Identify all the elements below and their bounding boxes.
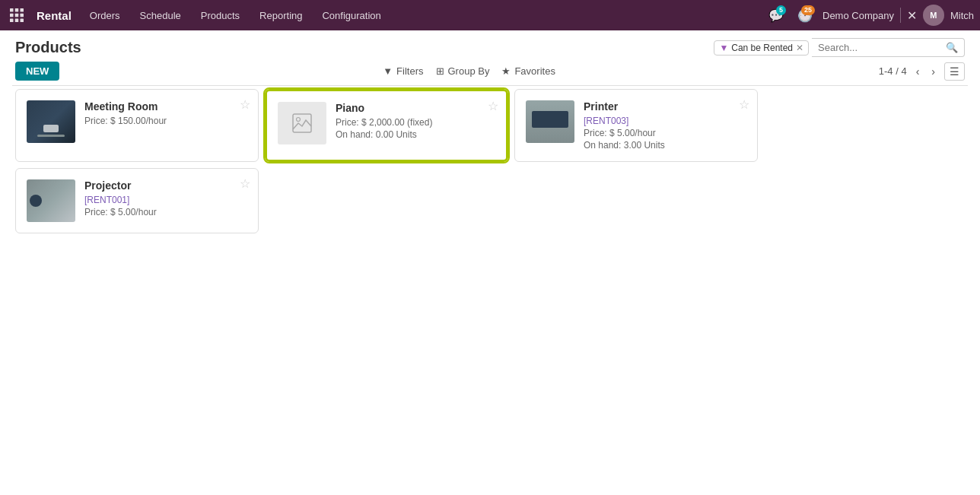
user-avatar[interactable]: M <box>923 5 944 26</box>
app-brand[interactable]: Rental <box>30 9 78 22</box>
toolbar: NEW ▼ Filters ⊞ Group By ★ Favorites 1-4… <box>0 57 980 85</box>
svg-point-10 <box>297 118 301 122</box>
filter-tag-label: Can be Rented <box>731 43 793 53</box>
pagination-next-button[interactable]: › <box>928 64 938 79</box>
product-info-piano: Piano Price: $ 2,000.00 (fixed) On hand:… <box>336 102 495 140</box>
product-stock: On hand: 0.00 Units <box>336 129 495 140</box>
company-name[interactable]: Demo Company <box>822 10 894 21</box>
menu-schedule[interactable]: Schedule <box>131 7 190 24</box>
svg-rect-1 <box>15 8 19 12</box>
filters-button[interactable]: ▼ Filters <box>383 65 423 77</box>
group-by-icon: ⊞ <box>436 65 444 77</box>
product-image-printer <box>526 100 574 143</box>
group-by-label: Group By <box>448 65 490 77</box>
search-bar: ▼ Can be Rented ✕ 🔍 <box>714 38 965 57</box>
svg-rect-5 <box>21 14 24 17</box>
activity-badge: 25 <box>801 5 815 15</box>
filters-label: Filters <box>396 65 423 77</box>
svg-rect-8 <box>21 19 24 23</box>
main-menu: Orders Schedule Products Reporting Confi… <box>81 7 762 24</box>
new-button[interactable]: NEW <box>15 62 59 81</box>
favorite-star-piano[interactable]: ☆ <box>488 99 498 113</box>
chat-button[interactable]: 💬 5 <box>765 4 788 27</box>
user-name[interactable]: Mitch <box>950 10 974 21</box>
favorites-button[interactable]: ★ Favorites <box>501 65 555 77</box>
star-icon: ★ <box>501 65 511 77</box>
favorite-star-meeting-room[interactable]: ☆ <box>240 97 250 112</box>
product-image-projector <box>27 179 75 222</box>
pagination-prev-button[interactable]: ‹ <box>913 64 923 79</box>
filter-icon: ▼ <box>719 43 728 53</box>
favorites-label: Favorites <box>514 65 555 77</box>
product-ref: [RENT003] <box>584 116 746 126</box>
group-by-button[interactable]: ⊞ Group By <box>436 65 490 77</box>
activity-button[interactable]: 🕐 25 <box>794 4 816 27</box>
list-view-button[interactable]: ☰ <box>944 62 965 81</box>
product-name: Meeting Room <box>84 100 247 113</box>
avatar-initials: M <box>930 11 937 20</box>
product-price: Price: $ 5.00/hour <box>84 207 247 217</box>
products-grid: Meeting Room Price: $ 150.00/hour ☆ Pian… <box>0 86 980 252</box>
menu-reporting[interactable]: Reporting <box>250 7 311 24</box>
settings-icon[interactable]: ✕ <box>907 8 917 23</box>
product-info-projector: Projector [RENT001] Price: $ 5.00/hour <box>84 179 247 219</box>
nav-divider <box>900 8 901 23</box>
search-input[interactable] <box>818 42 946 53</box>
product-card-piano[interactable]: Piano Price: $ 2,000.00 (fixed) On hand:… <box>265 89 508 162</box>
toolbar-left: NEW <box>15 62 59 81</box>
page-title: Products <box>15 39 81 56</box>
menu-orders[interactable]: Orders <box>81 7 129 24</box>
product-price: Price: $ 2,000.00 (fixed) <box>336 117 495 128</box>
svg-rect-3 <box>10 14 14 17</box>
top-navigation: Rental Orders Schedule Products Reportin… <box>0 0 980 30</box>
product-card-projector[interactable]: Projector [RENT001] Price: $ 5.00/hour ☆ <box>15 168 259 233</box>
product-card-meeting-room[interactable]: Meeting Room Price: $ 150.00/hour ☆ <box>15 89 259 162</box>
product-name: Piano <box>336 102 495 114</box>
favorite-star-projector[interactable]: ☆ <box>240 176 250 191</box>
toolbar-right: 1-4 / 4 ‹ › ☰ <box>879 62 965 81</box>
product-image-piano <box>278 102 326 144</box>
product-name: Printer <box>584 100 746 113</box>
pagination-info: 1-4 / 4 <box>879 65 907 77</box>
favorite-star-printer[interactable]: ☆ <box>739 97 749 112</box>
page-container: Products ▼ Can be Rented ✕ 🔍 NEW ▼ Filte… <box>0 30 980 495</box>
search-icon: 🔍 <box>946 42 958 53</box>
svg-rect-0 <box>10 8 14 12</box>
topnav-right-section: 💬 5 🕐 25 Demo Company ✕ M Mitch <box>765 4 974 27</box>
product-info-meeting-room: Meeting Room Price: $ 150.00/hour <box>84 100 247 128</box>
product-image-meeting-room <box>27 100 75 143</box>
product-info-printer: Printer [RENT003] Price: $ 5.00/hour On … <box>584 100 746 151</box>
product-stock: On hand: 3.00 Units <box>584 140 746 151</box>
chat-badge: 5 <box>776 5 786 15</box>
product-price: Price: $ 5.00/hour <box>584 128 746 138</box>
svg-rect-6 <box>10 19 14 23</box>
product-price: Price: $ 150.00/hour <box>84 116 247 126</box>
svg-rect-2 <box>21 8 24 12</box>
filter-tag-close-button[interactable]: ✕ <box>796 43 803 53</box>
filter-funnel-icon: ▼ <box>383 65 393 77</box>
product-card-printer[interactable]: Printer [RENT003] Price: $ 5.00/hour On … <box>514 89 758 162</box>
active-filter-tag: ▼ Can be Rented ✕ <box>714 40 809 56</box>
toolbar-filters: ▼ Filters ⊞ Group By ★ Favorites <box>383 65 555 77</box>
svg-rect-7 <box>15 19 19 23</box>
product-ref: [RENT001] <box>84 195 247 205</box>
menu-configuration[interactable]: Configuration <box>313 7 390 24</box>
svg-rect-4 <box>15 14 19 17</box>
search-input-wrap[interactable]: 🔍 <box>812 38 965 57</box>
apps-menu-icon[interactable] <box>6 5 27 26</box>
page-header: Products ▼ Can be Rented ✕ 🔍 <box>0 30 980 57</box>
product-name: Projector <box>84 179 247 192</box>
menu-products[interactable]: Products <box>192 7 249 24</box>
